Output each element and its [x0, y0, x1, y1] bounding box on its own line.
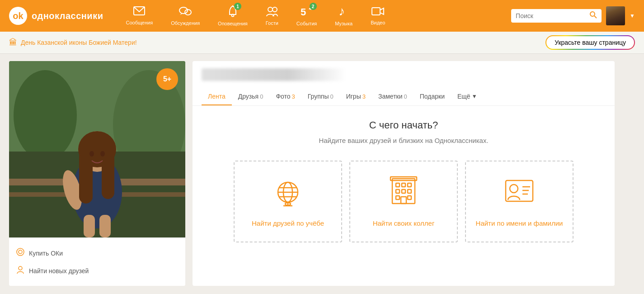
music-icon: ♪ [338, 5, 349, 20]
svg-point-7 [231, 14, 234, 17]
find-by-study-card[interactable]: Найти друзей по учёбе [234, 161, 342, 242]
main-content: 5+ Купить ОКи Найти новых друзей [0, 54, 624, 293]
find-by-name-card[interactable]: Найти по имени и фамилии [465, 161, 573, 242]
globe-icon [272, 175, 304, 211]
profile-photo[interactable]: 5+ [9, 61, 185, 237]
tab-notes[interactable]: Заметки 0 [372, 88, 414, 105]
search-input[interactable] [516, 12, 587, 19]
guests-icon [266, 6, 278, 19]
messages-icon [133, 6, 145, 19]
user-avatar-nav[interactable] [606, 6, 625, 25]
music-label: Музыка [335, 21, 353, 26]
nav-discussions[interactable]: Обсуждения [162, 2, 209, 29]
avatar-image [606, 6, 625, 25]
nav-guests[interactable]: Гости [257, 2, 287, 29]
svg-point-14 [590, 12, 595, 16]
tab-games[interactable]: Игры 3 [340, 88, 372, 105]
svg-line-15 [594, 16, 597, 18]
tab-feed[interactable]: Лента [202, 88, 232, 105]
nav-items: Сообщения Обсуждения 1 Оповещения Гости [117, 2, 511, 30]
tab-gifts[interactable]: Подарки [414, 88, 451, 105]
tab-more-label: Ещё [457, 93, 470, 100]
svg-rect-53 [401, 197, 406, 204]
banner-bar: 🏛 День Казанской иконы Божией Матери! Ук… [0, 32, 644, 54]
svg-rect-48 [396, 190, 400, 193]
avatar-dropdown-arrow[interactable]: ▼ [630, 13, 635, 19]
start-title: С чего начать? [202, 119, 606, 131]
notifications-icon: 1 [228, 5, 238, 20]
messages-label: Сообщения [126, 20, 153, 25]
svg-marker-5 [180, 13, 183, 15]
svg-rect-49 [402, 190, 405, 193]
tab-friends-count: 0 [260, 93, 263, 100]
svg-point-55 [510, 185, 518, 193]
find-friends-action[interactable]: Найти новых друзей [16, 262, 178, 280]
find-by-work-label: Найти своих коллег [373, 218, 435, 228]
search-icon[interactable] [590, 11, 597, 20]
svg-rect-28 [79, 149, 93, 204]
tab-friends[interactable]: Друзья 0 [232, 88, 270, 105]
banner-text: День Казанской иконы Божией Матери! [21, 39, 137, 46]
profile-photo-card: 5+ Купить ОКи Найти новых друзей [9, 61, 185, 286]
svg-point-4 [185, 9, 191, 15]
find-by-work-card[interactable]: Найти своих коллег [349, 161, 458, 242]
svg-rect-29 [102, 149, 114, 199]
tab-more[interactable]: Ещё ▼ [451, 88, 484, 105]
find-friends-label: Найти новых друзей [29, 267, 89, 275]
decorate-page-button[interactable]: Украсьте вашу страницу [545, 35, 635, 50]
events-icon: 5 2 [301, 5, 313, 20]
discussions-label: Обсуждения [171, 20, 200, 26]
nav-video[interactable]: Видео [362, 3, 394, 29]
svg-text:5: 5 [301, 6, 306, 17]
find-by-study-label: Найти друзей по учёбе [252, 218, 324, 228]
search-box[interactable] [511, 9, 602, 23]
profile-image [9, 61, 185, 237]
svg-rect-51 [396, 196, 400, 199]
svg-rect-45 [396, 183, 400, 187]
svg-rect-12 [372, 8, 380, 15]
tab-groups-count: 0 [330, 93, 333, 100]
banner-message[interactable]: 🏛 День Казанской иконы Божией Матери! [9, 38, 137, 47]
main-panel-body: С чего начать? Найдите ваших друзей и бл… [193, 106, 615, 256]
right-main-panel: Лента Друзья 0 Фото 3 Группы 0 Игры 3 [193, 61, 615, 286]
svg-rect-24 [99, 215, 111, 237]
buy-oki-label: Купить ОКи [29, 250, 63, 257]
left-sidebar: 5+ Купить ОКи Найти новых друзей [9, 61, 185, 286]
profile-name-blurred [202, 68, 346, 81]
tab-groups[interactable]: Группы 0 [301, 88, 340, 105]
sidebar-actions: Купить ОКи Найти новых друзей [9, 237, 185, 286]
nav-events[interactable]: 5 2 События [287, 2, 326, 30]
video-icon [371, 6, 384, 19]
events-badge: 2 [310, 3, 317, 10]
svg-point-9 [273, 7, 277, 12]
svg-text:ok: ok [13, 11, 24, 21]
nav-messages[interactable]: Сообщения [117, 3, 162, 29]
svg-point-32 [17, 248, 24, 256]
oki-icon [16, 248, 24, 258]
tab-friends-label: Друзья [238, 93, 259, 100]
events-label: События [296, 21, 317, 26]
svg-point-31 [100, 151, 105, 156]
logo[interactable]: ok одноклассники [9, 7, 103, 25]
find-cards-row: Найти друзей по учёбе [202, 161, 606, 242]
tab-photos-count: 3 [292, 93, 295, 100]
buy-oki-action[interactable]: Купить ОКи [16, 244, 178, 262]
profile-header: Лента Друзья 0 Фото 3 Группы 0 Игры 3 [193, 61, 615, 106]
tab-gifts-label: Подарки [420, 93, 445, 100]
nav-music[interactable]: ♪ Музыка [326, 2, 362, 30]
tab-games-count: 3 [362, 93, 366, 100]
tab-groups-label: Группы [308, 93, 329, 100]
photo-badge: 5+ [156, 68, 178, 90]
video-label: Видео [371, 20, 385, 25]
tab-notes-label: Заметки [378, 93, 403, 100]
svg-marker-13 [380, 8, 384, 14]
tab-photos[interactable]: Фото 3 [269, 88, 301, 105]
top-navigation: ok одноклассники Сообщения Обсуждения 1 … [0, 0, 644, 32]
svg-point-17 [14, 70, 77, 161]
svg-rect-23 [84, 215, 95, 237]
svg-text:♪: ♪ [338, 5, 345, 17]
svg-point-33 [19, 250, 22, 254]
svg-point-30 [89, 151, 94, 156]
nav-notifications[interactable]: 1 Оповещения [209, 2, 257, 30]
banner-icon: 🏛 [9, 38, 17, 47]
